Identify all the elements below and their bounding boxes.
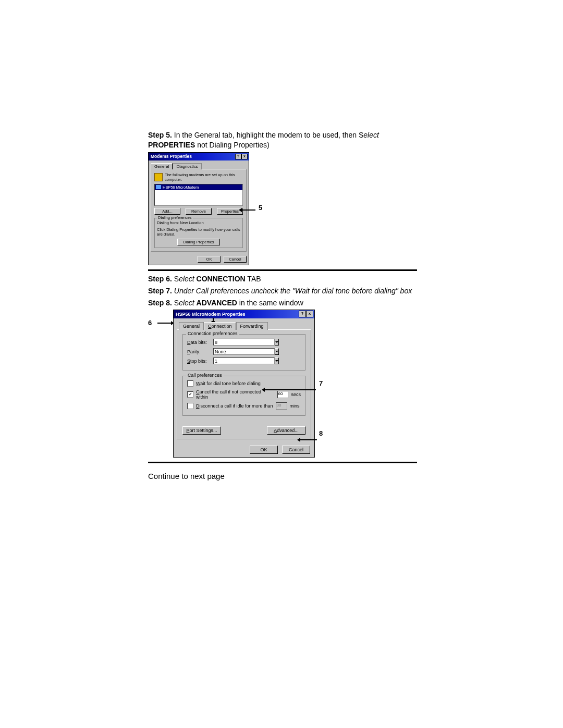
port-settings-button[interactable]: Port Settings... — [182, 426, 221, 435]
ok-button[interactable]: OK — [198, 256, 221, 263]
step5-text: Step 5. In the General tab, highlight th… — [148, 130, 417, 150]
modem-properties-figure: Modems Properties ?x GeneralDiagnostics … — [148, 152, 252, 265]
micromodem-properties-figure: 6 HSP56 MicroModem Properties ?x General… — [173, 310, 335, 458]
dropdown-icon[interactable] — [275, 357, 279, 364]
divider — [148, 462, 417, 463]
help-icon[interactable]: ? — [235, 154, 241, 159]
callout-5: 5 — [259, 204, 262, 212]
arrow-icon — [240, 209, 255, 211]
data-bits-combo[interactable] — [213, 339, 263, 346]
close-icon[interactable]: x — [306, 311, 313, 317]
add-button[interactable]: Add... — [154, 208, 180, 215]
stop-bits-input[interactable] — [213, 357, 275, 364]
parity-combo[interactable] — [213, 348, 263, 355]
disconnect-unit: mins — [290, 403, 300, 409]
cancel-button[interactable]: Cancel — [224, 256, 247, 263]
wait-dialtone-row: Wait for dial tone before dialing — [187, 380, 301, 387]
dialing-preferences-group: Dialing preferences Dialing from: New Lo… — [154, 218, 243, 248]
intro-row: The following modems are set up on this … — [154, 172, 243, 182]
stop-bits-combo[interactable] — [213, 357, 263, 364]
intro-text: The following modems are set up on this … — [165, 172, 243, 182]
titlebar-buttons: ?x — [235, 153, 248, 159]
modem-item-label: HSP56 MicroModem — [163, 185, 199, 190]
dialing-from-text: Dialing from: New Location — [157, 220, 240, 225]
cancel-call-row: ✓ Cancel the call if not connected withi… — [187, 389, 301, 400]
dropdown-icon[interactable] — [275, 348, 279, 355]
modem-icon — [156, 185, 161, 189]
step6-text: Step 6. Select CONNECTION TAB — [148, 274, 417, 284]
callout-7: 7 — [319, 379, 323, 387]
dialog-footer: OK Cancel — [174, 442, 314, 457]
dialog-tabs: GeneralDiagnostics — [149, 161, 249, 169]
disconnect-row: Disconnect a call if idle for more than … — [187, 402, 301, 410]
divider — [148, 269, 417, 271]
parity-label: Parity: — [187, 349, 213, 354]
step8-text: Step 8. Select ADVANCED in the same wind… — [148, 298, 417, 308]
dialog-title: Modems Properties — [151, 154, 192, 159]
tab-diagnostics[interactable]: Diagnostics — [173, 163, 201, 169]
dialing-properties-button[interactable]: Dialing Properties — [177, 239, 220, 245]
call-preferences-group: Call preferences Wait for dial tone befo… — [182, 376, 305, 416]
tab-panel: The following modems are set up on this … — [151, 169, 247, 252]
step7-text: Step 7. Under Call preferences uncheck t… — [148, 286, 417, 296]
continue-text: Continue to next page — [148, 472, 417, 480]
modem-properties-dialog: Modems Properties ?x GeneralDiagnostics … — [148, 152, 249, 265]
tab-general[interactable]: General — [151, 163, 173, 169]
cancel-call-checkbox[interactable]: ✓ — [187, 391, 193, 398]
cancel-button[interactable]: Cancel — [282, 446, 310, 454]
wait-dialtone-checkbox[interactable] — [187, 380, 193, 387]
help-icon[interactable]: ? — [299, 311, 306, 317]
disconnect-label: Disconnect a call if idle for more than — [196, 403, 273, 409]
data-bits-input[interactable] — [213, 339, 275, 346]
group-title: Connection preferences — [186, 331, 239, 336]
stop-bits-label: Stop bits: — [187, 359, 213, 364]
dialing-hint-text: Click Dialing Properties to modify how y… — [157, 227, 240, 237]
callout-6: 6 — [148, 319, 152, 327]
remove-button[interactable]: Remove — [186, 208, 212, 215]
arrow-icon — [157, 323, 173, 324]
dropdown-icon[interactable] — [275, 339, 279, 346]
data-bits-row: Data bits: — [187, 339, 301, 346]
cancel-call-value[interactable]: 60 — [277, 391, 289, 398]
cancel-call-unit: secs — [291, 392, 301, 397]
stop-bits-row: Stop bits: — [187, 357, 301, 364]
dialog-titlebar: Modems Properties ?x — [149, 153, 249, 161]
micromodem-properties-dialog: HSP56 MicroModem Properties ?x GeneralCo… — [173, 310, 315, 458]
callout-8: 8 — [319, 429, 323, 437]
group-title: Dialing preferences — [157, 215, 193, 220]
wait-dialtone-label: Wait for dial tone before dialing — [196, 381, 261, 386]
dialog-titlebar: HSP56 MicroModem Properties ?x — [174, 310, 314, 318]
data-bits-label: Data bits: — [187, 340, 213, 345]
advanced-button[interactable]: Advanced... — [267, 426, 305, 435]
connection-preferences-group: Connection preferences Data bits: Parity… — [182, 334, 305, 371]
modem-folder-icon — [154, 173, 163, 181]
button-row: Add... Remove Properties — [154, 208, 243, 215]
dialog-footer: OK Cancel — [149, 254, 249, 265]
tab-panel: Connection preferences Data bits: Parity… — [177, 329, 311, 439]
tab-connection[interactable]: Connection — [204, 322, 236, 330]
parity-input[interactable] — [213, 348, 275, 355]
tab-general[interactable]: General — [179, 322, 204, 330]
arrow-icon — [263, 389, 316, 390]
modem-item-selected[interactable]: HSP56 MicroModem — [155, 184, 242, 190]
group-title: Call preferences — [186, 373, 224, 378]
arrow-icon — [298, 439, 317, 440]
close-icon[interactable]: x — [241, 154, 248, 159]
modem-list[interactable]: HSP56 MicroModem — [154, 184, 243, 206]
parity-row: Parity: — [187, 348, 301, 355]
dialog-tabs: GeneralConnectionForwarding — [174, 318, 314, 329]
ok-button[interactable]: OK — [250, 446, 278, 454]
titlebar-buttons: ?x — [299, 311, 313, 317]
disconnect-checkbox[interactable] — [187, 403, 193, 409]
button-row: Port Settings... Advanced... — [182, 426, 305, 435]
tab-forwarding[interactable]: Forwarding — [236, 322, 268, 330]
dialog-title: HSP56 MicroModem Properties — [176, 312, 246, 317]
disconnect-value: 30 — [276, 402, 287, 410]
